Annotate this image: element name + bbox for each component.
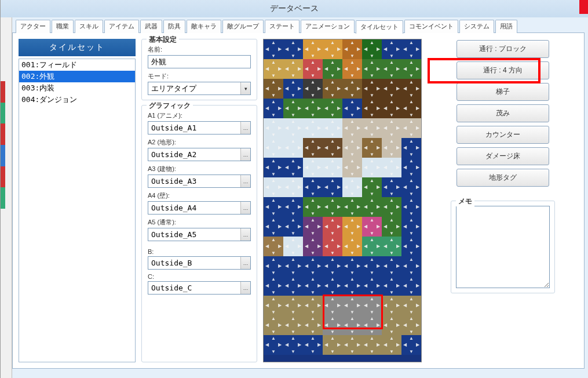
tab-system[interactable]: システム	[459, 20, 494, 33]
tile-cell[interactable]: ▲◀▶▼	[264, 138, 283, 158]
passage-block-button[interactable]: 通行 : ブロック	[456, 40, 549, 58]
tile-cell[interactable]: ▲◀▶▼	[342, 217, 362, 237]
tile-cell[interactable]: ▲◀▶▼	[362, 79, 382, 99]
tile-cell[interactable]: ▲◀▶▼	[401, 217, 421, 237]
tab-tileset[interactable]: タイルセット	[356, 20, 403, 34]
tile-cell[interactable]: ▲◀▶▼	[323, 237, 342, 256]
tile-cell[interactable]: ▲◀▶▼	[401, 138, 421, 158]
tile-cell[interactable]: ▲◀▶▼	[303, 177, 323, 197]
tileset-list[interactable]: 001:フィールド002:外観003:内装004:ダンジョン	[19, 59, 136, 362]
damage-floor-button[interactable]: ダメージ床	[456, 147, 549, 165]
tile-palette[interactable]: ▲◀▶▼▲◀▶▼▲◀▶▼▲◀▶▼▲◀▶▼▲◀▶▼▲◀▶▼▲◀▶▼▲◀▶▼▲◀▶▼…	[263, 39, 422, 362]
tile-cell[interactable]: ▲◀▶▼	[264, 118, 283, 138]
tile-cell[interactable]: ▲◀▶▼	[264, 99, 283, 118]
tile-cell[interactable]: ▲◀▶▼	[283, 276, 303, 296]
tile-cell[interactable]: ▲◀▶▼	[264, 315, 283, 335]
tile-cell[interactable]: ▲◀▶▼	[323, 335, 342, 355]
tile-cell[interactable]: ▲◀▶▼	[401, 197, 421, 217]
tile-cell[interactable]: ▲◀▶▼	[342, 276, 362, 296]
tile-cell[interactable]: ▲◀▶▼	[362, 138, 382, 158]
close-icon[interactable]	[579, 0, 588, 14]
mode-combo[interactable]	[148, 82, 251, 95]
tile-cell[interactable]: ▲◀▶▼	[342, 158, 362, 177]
tile-cell[interactable]: ▲◀▶▼	[382, 138, 401, 158]
tile-cell[interactable]: ▲◀▶▼	[401, 296, 421, 315]
tile-cell[interactable]: ▲◀▶▼	[303, 118, 323, 138]
ellipsis-icon[interactable]: …	[240, 257, 250, 269]
tile-cell[interactable]: ▲◀▶▼	[283, 256, 303, 276]
tile-cell[interactable]: ▲◀▶▼	[323, 315, 342, 335]
tile-cell[interactable]: ▲◀▶▼	[382, 315, 401, 335]
tab-state[interactable]: ステート	[265, 20, 300, 33]
tab-item[interactable]: アイテム	[104, 20, 139, 33]
tile-cell[interactable]: ▲◀▶▼	[283, 158, 303, 177]
tile-cell[interactable]: ▲◀▶▼	[303, 315, 323, 335]
tile-cell[interactable]: ▲◀▶▼	[303, 59, 323, 79]
tile-cell[interactable]: ▲◀▶▼	[362, 296, 382, 315]
tile-cell[interactable]: ▲◀▶▼	[323, 59, 342, 79]
ellipsis-icon[interactable]: …	[240, 175, 250, 187]
counter-button[interactable]: カウンター	[456, 126, 549, 144]
tab-skill[interactable]: スキル	[75, 20, 103, 33]
tile-cell[interactable]: ▲◀▶▼	[283, 138, 303, 158]
tile-cell[interactable]: ▲◀▶▼	[264, 158, 283, 177]
tile-cell[interactable]: ▲◀▶▼	[283, 118, 303, 138]
tile-cell[interactable]: ▲◀▶▼	[342, 315, 362, 335]
tab-class[interactable]: 職業	[52, 20, 74, 33]
tile-cell[interactable]: ▲◀▶▼	[342, 138, 362, 158]
name-input[interactable]	[148, 55, 251, 68]
tile-cell[interactable]: ▲◀▶▼	[264, 39, 283, 59]
tile-cell[interactable]: ▲◀▶▼	[303, 237, 323, 256]
graphic-field-input[interactable]	[148, 256, 251, 270]
tile-cell[interactable]: ▲◀▶▼	[283, 99, 303, 118]
tile-cell[interactable]: ▲◀▶▼	[323, 276, 342, 296]
ellipsis-icon[interactable]: …	[240, 228, 250, 241]
tile-cell[interactable]: ▲◀▶▼	[264, 276, 283, 296]
tile-cell[interactable]: ▲◀▶▼	[323, 39, 342, 59]
window-titlebar[interactable]: データベース	[1, 0, 588, 17]
tile-cell[interactable]: ▲◀▶▼	[401, 237, 421, 256]
ellipsis-icon[interactable]: …	[240, 202, 250, 214]
tile-cell[interactable]: ▲◀▶▼	[382, 276, 401, 296]
graphic-field-input[interactable]	[148, 121, 251, 135]
tile-cell[interactable]: ▲◀▶▼	[303, 276, 323, 296]
tile-cell[interactable]: ▲◀▶▼	[303, 256, 323, 276]
graphic-field-input[interactable]	[148, 148, 251, 161]
ladder-button[interactable]: 梯子	[456, 83, 549, 101]
tile-cell[interactable]: ▲◀▶▼	[382, 39, 401, 59]
tile-cell[interactable]: ▲◀▶▼	[382, 217, 401, 237]
tab-troop[interactable]: 敵グループ	[222, 20, 264, 33]
tile-cell[interactable]: ▲◀▶▼	[401, 177, 421, 197]
tile-cell[interactable]: ▲◀▶▼	[401, 335, 421, 355]
tile-cell[interactable]: ▲◀▶▼	[264, 296, 283, 315]
tile-cell[interactable]: ▲◀▶▼	[362, 118, 382, 138]
graphic-field-input[interactable]	[148, 201, 251, 215]
tab-terms[interactable]: 用語	[495, 20, 517, 33]
tile-cell[interactable]: ▲◀▶▼	[382, 335, 401, 355]
tile-cell[interactable]: ▲◀▶▼	[283, 79, 303, 99]
tab-enemy[interactable]: 敵キャラ	[187, 20, 221, 33]
tile-cell[interactable]: ▲◀▶▼	[401, 158, 421, 177]
tile-cell[interactable]: ▲◀▶▼	[264, 256, 283, 276]
tile-cell[interactable]: ▲◀▶▼	[342, 177, 362, 197]
tile-cell[interactable]: ▲◀▶▼	[323, 79, 342, 99]
tile-cell[interactable]: ▲◀▶▼	[401, 99, 421, 118]
list-item[interactable]: 003:内装	[19, 82, 135, 94]
ellipsis-icon[interactable]: …	[240, 148, 250, 161]
tile-cell[interactable]: ▲◀▶▼	[362, 217, 382, 237]
tile-cell[interactable]: ▲◀▶▼	[362, 158, 382, 177]
tile-cell[interactable]: ▲◀▶▼	[283, 59, 303, 79]
tile-cell[interactable]: ▲◀▶▼	[382, 158, 401, 177]
tile-cell[interactable]: ▲◀▶▼	[323, 99, 342, 118]
tile-cell[interactable]: ▲◀▶▼	[323, 296, 342, 315]
tile-cell[interactable]: ▲◀▶▼	[401, 79, 421, 99]
tile-cell[interactable]: ▲◀▶▼	[382, 118, 401, 138]
tile-cell[interactable]: ▲◀▶▼	[382, 256, 401, 276]
list-item[interactable]: 001:フィールド	[19, 59, 135, 71]
graphic-field-input[interactable]	[148, 228, 251, 241]
tile-cell[interactable]: ▲◀▶▼	[401, 276, 421, 296]
tile-cell[interactable]: ▲◀▶▼	[362, 237, 382, 256]
tile-cell[interactable]: ▲◀▶▼	[303, 296, 323, 315]
tile-cell[interactable]: ▲◀▶▼	[283, 237, 303, 256]
tile-cell[interactable]: ▲◀▶▼	[264, 217, 283, 237]
